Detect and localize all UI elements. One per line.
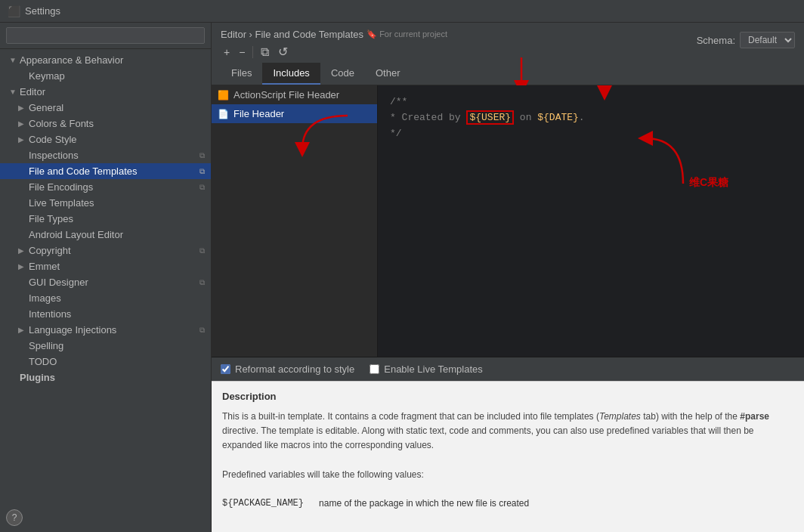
collapse-arrow: ▼	[9, 56, 18, 64]
content-area: Editor › File and Code Templates 🔖 For c…	[212, 23, 804, 532]
schema-label: Schema:	[697, 35, 735, 46]
copy-button[interactable]: ⧉	[258, 45, 272, 60]
reformat-option[interactable]: Reformat according to style	[221, 363, 354, 375]
help-label: ?	[12, 512, 17, 523]
sidebar-item-label: File Encodings	[29, 181, 93, 193]
sidebar-item-copyright[interactable]: ▶ Copyright ⧉	[0, 243, 211, 258]
code-panel: /** * Created by ${USER} on ${DATE}. */ …	[378, 85, 804, 357]
expand-arrow: ▶	[18, 135, 27, 144]
help-button[interactable]: ?	[6, 509, 23, 526]
sidebar-item-label: Editor	[20, 86, 45, 97]
file-icon-orange: 🟧	[218, 90, 229, 101]
sidebar-item-android-layout[interactable]: Android Layout Editor	[0, 227, 211, 243]
sidebar-item-images[interactable]: Images	[0, 290, 211, 306]
page-icon: ⧉	[199, 278, 205, 287]
sidebar-tree: ▼ Appearance & Behavior Keymap ▼ Editor …	[0, 49, 211, 532]
search-input[interactable]	[6, 27, 205, 44]
file-list-item-file-header[interactable]: 📄 File Header	[212, 104, 377, 123]
sidebar-item-file-types[interactable]: File Types	[0, 211, 211, 227]
sidebar-item-todo[interactable]: TODO	[0, 354, 211, 370]
sidebar-item-file-encodings[interactable]: File Encodings ⧉	[0, 179, 211, 195]
tab-code[interactable]: Code	[320, 63, 365, 85]
page-icon: ⧉	[199, 183, 205, 192]
file-list-item-actionscript[interactable]: 🟧 ActionScript File Header	[212, 85, 377, 104]
description-predefined-title: Predefined variables will take the follo…	[222, 468, 793, 482]
project-label: 🔖 For current project	[366, 29, 447, 39]
sidebar-item-label: Appearance & Behavior	[20, 54, 123, 66]
add-button[interactable]: +	[221, 45, 233, 59]
expand-arrow: ▶	[18, 246, 27, 255]
sidebar-item-label: Intentions	[29, 308, 71, 320]
live-templates-checkbox[interactable]	[370, 364, 379, 374]
code-editor[interactable]: /** * Created by ${USER} on ${DATE}. */	[378, 85, 804, 357]
sidebar-item-label: Language Injections	[29, 324, 116, 336]
toolbar-separator	[252, 46, 253, 58]
tab-other[interactable]: Other	[365, 63, 411, 85]
sidebar-item-label: GUI Designer	[29, 277, 88, 288]
date-variable: ${DATE}	[537, 112, 579, 123]
schema-select[interactable]: Default	[740, 32, 795, 48]
description-text-main: This is a built-in template. It contains…	[222, 410, 793, 453]
variable-row: ${PACKAGE_NAME} name of the package in w…	[222, 496, 793, 511]
sidebar-item-label: Spelling	[29, 340, 63, 351]
sidebar-item-label: Inspections	[29, 150, 79, 161]
sidebar-item-code-style[interactable]: ▶ Code Style	[0, 131, 211, 147]
code-line-1: /**	[390, 94, 792, 110]
bottom-options: Reformat according to style Enable Live …	[212, 357, 804, 381]
file-list-panel: 🟧 ActionScript File Header 📄 File Header	[212, 85, 378, 357]
live-templates-option[interactable]: Enable Live Templates	[370, 363, 483, 375]
var-name: ${PACKAGE_NAME}	[222, 496, 304, 511]
sidebar-item-label: General	[29, 102, 63, 113]
sidebar-item-live-templates[interactable]: Live Templates	[0, 195, 211, 211]
expand-arrow: ▶	[18, 119, 27, 128]
code-line-3: */	[390, 126, 792, 142]
file-item-label: ActionScript File Header	[233, 89, 339, 101]
sidebar-item-intentions[interactable]: Intentions	[0, 306, 211, 322]
sidebar-item-label: File and Code Templates	[29, 165, 138, 177]
remove-button[interactable]: −	[236, 45, 248, 59]
sidebar-item-colors-fonts[interactable]: ▶ Colors & Fonts	[0, 116, 211, 131]
main-layout: ▼ Appearance & Behavior Keymap ▼ Editor …	[0, 23, 804, 532]
sidebar-item-general[interactable]: ▶ General	[0, 100, 211, 116]
tab-files[interactable]: Files	[221, 63, 262, 85]
sidebar-item-label: Copyright	[29, 245, 71, 256]
sidebar-item-label: Images	[29, 292, 61, 304]
file-item-label: File Header	[233, 108, 284, 119]
page-icon: ⧉	[199, 326, 205, 335]
page-icon: ⧉	[199, 151, 205, 160]
sidebar-item-emmet[interactable]: ▶ Emmet	[0, 258, 211, 274]
live-templates-label: Enable Live Templates	[384, 363, 483, 375]
title-bar: ⬛ Settings	[0, 0, 804, 23]
sidebar-item-plugins[interactable]: Plugins	[0, 370, 211, 385]
project-icon: 🔖	[366, 29, 377, 39]
tab-includes[interactable]: Includes	[262, 63, 320, 85]
sidebar-item-gui-designer[interactable]: GUI Designer ⧉	[0, 274, 211, 290]
sidebar-item-editor[interactable]: ▼ Editor	[0, 84, 211, 100]
sidebar-item-file-code-templates[interactable]: File and Code Templates ⧉	[0, 163, 211, 179]
sidebar-item-label: Live Templates	[29, 197, 94, 209]
toolbar: + − ⧉ ↺	[221, 45, 447, 60]
description-title: Description	[222, 389, 793, 405]
collapse-arrow: ▼	[9, 88, 18, 96]
sidebar-item-inspections[interactable]: Inspections ⧉	[0, 147, 211, 163]
sidebar-item-label: Code Style	[29, 134, 77, 145]
sidebar-item-label: TODO	[29, 356, 57, 367]
restore-button[interactable]: ↺	[275, 45, 291, 60]
app-icon: ⬛	[8, 5, 20, 17]
sidebar-item-spelling[interactable]: Spelling	[0, 338, 211, 354]
reformat-checkbox[interactable]	[221, 364, 230, 374]
code-line-2: * Created by ${USER} on ${DATE}.	[390, 110, 792, 126]
sidebar-item-appearance[interactable]: ▼ Appearance & Behavior	[0, 52, 211, 68]
sidebar-item-label: Android Layout Editor	[29, 229, 123, 240]
expand-arrow: ▶	[18, 326, 27, 334]
content-header: Editor › File and Code Templates 🔖 For c…	[212, 23, 804, 85]
search-bar[interactable]	[0, 23, 211, 49]
sidebar-item-label: Colors & Fonts	[29, 118, 94, 129]
user-variable: ${USER}	[466, 110, 514, 125]
sidebar-item-label: Emmet	[29, 261, 60, 272]
window-title: Settings	[25, 5, 60, 17]
sidebar-item-keymap[interactable]: Keymap	[0, 68, 211, 84]
breadcrumb: Editor › File and Code Templates 🔖 For c…	[221, 29, 447, 40]
breadcrumb-path: Editor › File and Code Templates	[221, 29, 363, 40]
sidebar-item-language-injections[interactable]: ▶ Language Injections ⧉	[0, 322, 211, 338]
